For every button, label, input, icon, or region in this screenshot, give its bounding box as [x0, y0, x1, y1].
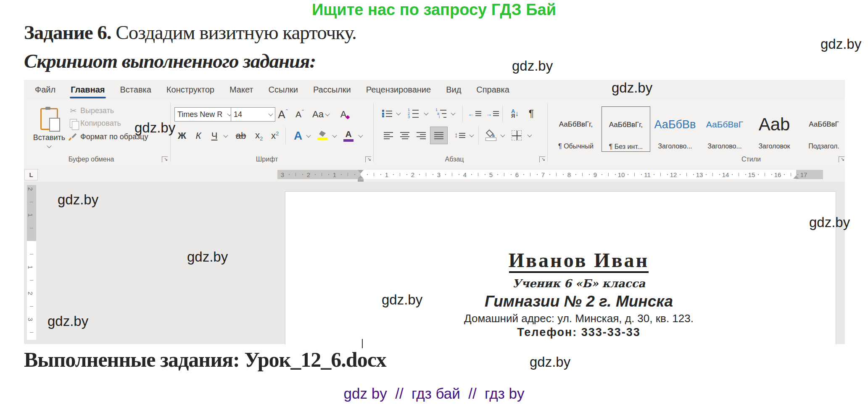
- strikethrough-button[interactable]: ab: [232, 128, 249, 143]
- highlight-button[interactable]: [315, 127, 330, 143]
- shading-button[interactable]: [483, 127, 499, 143]
- paragraph-dialog-launcher-icon[interactable]: ↘: [539, 156, 545, 162]
- ruler-tick: [784, 174, 785, 175]
- ruler-tick: [419, 174, 420, 175]
- cut-button[interactable]: ✂ Вырезать: [68, 105, 114, 116]
- change-case-button[interactable]: Аа: [310, 107, 332, 122]
- styles-dialog-launcher-icon[interactable]: ↘: [839, 156, 844, 162]
- style-card[interactable]: АаБбВвГг,¶ Обычный: [552, 106, 600, 151]
- document-page[interactable]: Иванов Иван Ученик 6 «Б» класса Гимназии…: [285, 191, 836, 344]
- show-marks-button[interactable]: ¶: [525, 106, 538, 121]
- decrease-indent-icon: [475, 111, 481, 116]
- ruler-tick: [30, 306, 33, 307]
- tab-ссылки[interactable]: Ссылки: [261, 80, 306, 100]
- tab-вставка[interactable]: Вставка: [113, 80, 159, 100]
- style-card[interactable]: АаБбВвГЗаголово...: [701, 106, 749, 151]
- underline-chevron[interactable]: [222, 128, 230, 143]
- style-card[interactable]: АаБбВвГПодзагол.: [800, 106, 848, 151]
- style-card[interactable]: АаБбВвГг,¶ Без инт...: [602, 106, 650, 152]
- group-separator: [547, 103, 548, 162]
- ruler-number: 16: [774, 171, 781, 178]
- style-sample: АаБбВвГ: [809, 106, 839, 143]
- bullets-button[interactable]: [381, 106, 393, 121]
- tab-макет[interactable]: Макет: [222, 80, 261, 100]
- promo-header: Ищите нас по запросу ГДЗ Бай: [0, 1, 868, 19]
- shading-chevron[interactable]: [499, 127, 507, 143]
- tab-вид[interactable]: Вид: [438, 80, 469, 100]
- ruler-tick: [348, 173, 348, 176]
- multilevel-chevron[interactable]: [449, 106, 457, 121]
- small-separator: [478, 126, 479, 144]
- ruler-number: 1: [333, 171, 336, 178]
- page: Ищите нас по запросу ГДЗ Бай Задание 6. …: [0, 0, 868, 405]
- font-size-combobox[interactable]: 14: [231, 107, 275, 122]
- bullets-chevron[interactable]: [395, 106, 402, 121]
- first-line-indent-marker[interactable]: [358, 170, 364, 173]
- gdz-watermark: gdz.by: [382, 292, 422, 308]
- document-area: 21123 Иванов Иван Ученик 6 «Б» класса Ги…: [24, 182, 845, 344]
- ruler-tick: [615, 174, 616, 175]
- align-center-button[interactable]: [398, 127, 412, 143]
- tab-рассылки[interactable]: Рассылки: [306, 80, 359, 100]
- ruler-tick: [549, 174, 550, 175]
- bold-button[interactable]: Ж: [175, 128, 189, 143]
- clipboard-group-label: Буфер обмена: [69, 156, 114, 163]
- tab-рецензирование[interactable]: Рецензирование: [359, 80, 438, 100]
- increase-indent-button[interactable]: →: [485, 106, 500, 121]
- line-spacing-chevron[interactable]: [468, 127, 475, 143]
- borders-button[interactable]: [509, 127, 524, 143]
- ruler-tick: [530, 173, 530, 176]
- align-right-button[interactable]: [414, 127, 428, 143]
- horizontal-ruler[interactable]: 3211234567891011121314151617: [277, 170, 823, 179]
- align-left-button[interactable]: [381, 127, 396, 143]
- grow-font-button[interactable]: Аˆ: [275, 107, 290, 122]
- tab-конструктор[interactable]: Конструктор: [159, 80, 222, 100]
- borders-chevron[interactable]: [526, 127, 533, 143]
- highlight-chevron[interactable]: [331, 128, 338, 143]
- justify-button[interactable]: [430, 127, 448, 144]
- style-sample: АаБбВвГ: [706, 106, 743, 143]
- text-effects-button[interactable]: А: [290, 128, 306, 143]
- text-effects-chevron[interactable]: [305, 128, 312, 143]
- done-filename[interactable]: Урок_12_6.docx: [244, 348, 386, 371]
- tab-file[interactable]: Файл: [27, 80, 63, 100]
- ruler-number: 17: [800, 171, 807, 178]
- hanging-indent-marker[interactable]: [358, 175, 364, 179]
- ruler-tick: [791, 173, 791, 176]
- right-indent-marker[interactable]: [793, 175, 799, 179]
- clear-formatting-button[interactable]: А◆: [337, 107, 354, 122]
- copy-button[interactable]: Копировать: [68, 117, 121, 129]
- ruler-tick: [739, 173, 739, 176]
- text-cursor: [362, 339, 363, 348]
- superscript-button[interactable]: x2: [268, 128, 282, 143]
- ruler-tick: [354, 174, 355, 175]
- sort-button[interactable]: АЯ ↓: [507, 106, 523, 121]
- underline-button[interactable]: Ч: [208, 128, 221, 143]
- tab-stop-selector[interactable]: L: [24, 169, 38, 180]
- gdz-watermark: gdz.by: [821, 36, 861, 52]
- multilevel-list-button[interactable]: 1 а i: [434, 106, 448, 121]
- font-dialog-launcher-icon[interactable]: ↘: [365, 156, 371, 162]
- line-spacing-button[interactable]: ↕: [451, 127, 469, 143]
- ruler-tick: [341, 174, 342, 175]
- style-label: ¶ Обычный: [558, 143, 594, 151]
- numbering-button[interactable]: 1 2 3: [406, 106, 420, 121]
- card-school: Гимназии № 2 г. Минска: [361, 293, 797, 310]
- font-color-chevron[interactable]: [357, 128, 364, 143]
- numbering-chevron[interactable]: [422, 106, 430, 121]
- tab-справка[interactable]: Справка: [469, 80, 517, 100]
- decrease-indent-button[interactable]: ←: [467, 106, 482, 121]
- font-color-button[interactable]: А: [341, 127, 356, 143]
- clipboard-dialog-launcher-icon[interactable]: ↘: [162, 156, 168, 162]
- paste-button[interactable]: Вставить: [30, 103, 69, 153]
- italic-button[interactable]: К: [192, 128, 205, 143]
- font-name-value: Times New Rom: [177, 110, 223, 119]
- tab-главная[interactable]: Главная: [63, 80, 112, 100]
- shrink-font-button[interactable]: Аˇ: [292, 107, 307, 122]
- style-card[interactable]: АаБбВвЗаголово...: [651, 106, 699, 151]
- style-card[interactable]: АabЗаголовок: [750, 106, 798, 151]
- subscript-button[interactable]: x2: [252, 128, 266, 143]
- font-name-combobox[interactable]: Times New Rom: [174, 107, 234, 122]
- ruler-tick: [511, 174, 512, 175]
- vertical-ruler[interactable]: 21123: [27, 185, 36, 340]
